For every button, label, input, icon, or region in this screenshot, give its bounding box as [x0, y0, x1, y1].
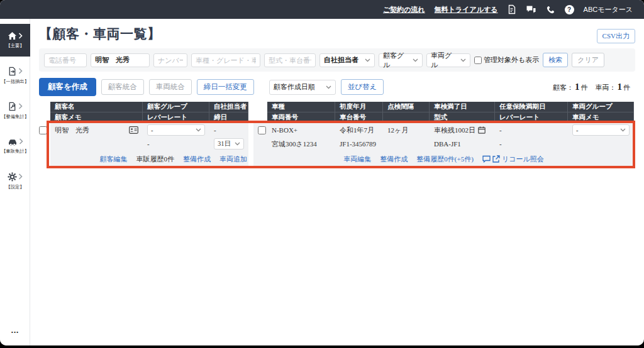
recall-inquiry-link[interactable]: リコール照会	[502, 155, 544, 164]
contract-flow-link[interactable]: ご契約の流れ	[383, 5, 425, 14]
calendar-icon[interactable]	[478, 126, 486, 134]
sort-button[interactable]: 並び替え	[341, 79, 384, 95]
chevron-right-icon	[18, 33, 23, 39]
chevron-down-icon	[620, 128, 626, 132]
vehicle-table: 車種 初度年月 点検間隔 車検満了日 任意保険満期日 車両グループ 車両番号 車…	[253, 102, 634, 167]
merge-customer-button[interactable]: 顧客統合	[101, 79, 144, 95]
customer-table: 顧客名 顧客グループ 自社担当者 顧客メモ レバーレート 締日 明智 光秀 -	[50, 102, 248, 167]
empty-cell	[253, 137, 267, 151]
column-header: 車種	[267, 102, 335, 112]
filter-bar: 自社担当者 顧客グル 車両グル 管理対象外も表示 検索 クリア	[39, 48, 635, 72]
merge-vehicle-button[interactable]: 車両統合	[149, 79, 192, 95]
customer-row-checkbox[interactable]	[39, 126, 47, 134]
add-vehicle-link[interactable]: 車両追加	[219, 155, 247, 164]
show-unmanaged-checkbox-label: 管理対象外も表示	[474, 55, 539, 65]
change-closing-day-button[interactable]: 締日一括変更	[197, 79, 254, 95]
staff-select[interactable]: 自社担当者	[319, 53, 375, 67]
sidebar-item-batch-extract[interactable]: 【一括抽出】	[0, 59, 30, 92]
comment-icon[interactable]	[482, 155, 491, 163]
insurance-due-cell: -	[495, 123, 568, 137]
column-header: レバーレート	[495, 112, 568, 123]
top-bar: ご契約の流れ 無料トライアルする ? ABCモータース	[0, 0, 644, 19]
toolbar: 顧客を作成 顧客統合 車両統合 締日一括変更 顧客作成日順 並び替え 顧客：1件…	[39, 78, 635, 96]
column-header: 型式	[430, 112, 495, 123]
sales-history-link[interactable]: 車販履歴0件	[136, 155, 175, 164]
first-registration-cell: 令和1年7月	[335, 123, 383, 137]
column-header: 車検満了日	[430, 102, 495, 112]
closing-day-row-select[interactable]: 31日	[214, 138, 244, 150]
chassis-number-cell: JF1-3456789	[335, 137, 383, 151]
chevron-down-icon	[326, 85, 331, 89]
column-header: 締日	[209, 112, 248, 123]
column-header: 初度年月	[335, 102, 383, 112]
tables-area: 顧客名 顧客グループ 自社担当者 顧客メモ レバーレート 締日 明智 光秀 -	[39, 102, 635, 167]
edit-vehicle-link[interactable]: 車両編集	[343, 155, 371, 164]
chevron-down-icon	[196, 128, 201, 132]
type-code-cell: DBA-JF1	[430, 137, 495, 151]
page-title: 【顧客・車両一覧】	[39, 25, 161, 43]
create-maintenance-link[interactable]: 整備作成	[183, 155, 211, 164]
column-header: 顧客メモ	[50, 112, 143, 123]
customer-group-row-select[interactable]: -	[147, 124, 205, 136]
vehicle-group-row-select[interactable]: -	[572, 124, 630, 136]
id-card-icon[interactable]	[129, 126, 138, 134]
vehicle-group-select[interactable]: 車両グル	[426, 53, 470, 67]
customer-name-cell: 明智 光秀	[50, 123, 143, 137]
free-trial-link[interactable]: 無料トライアルする	[435, 5, 498, 14]
column-header: 車両メモ	[568, 112, 634, 123]
column-header: レバーレート	[143, 112, 209, 123]
customer-name-input[interactable]	[91, 53, 150, 67]
shaken-remaining-cell: 車検残1002日	[430, 123, 495, 137]
column-header: 車台番号	[335, 112, 383, 123]
type-chassis-input[interactable]	[264, 53, 316, 67]
create-maintenance-link[interactable]: 整備作成	[380, 155, 408, 164]
settings-icon	[8, 172, 17, 182]
chevron-right-icon	[18, 173, 23, 180]
sidebar-item-label: 【車販集計】	[1, 148, 29, 154]
customer-group-select[interactable]: 顧客グル	[379, 53, 423, 67]
maintenance-history-link[interactable]: 整備履歴0件(+5件)	[416, 155, 474, 164]
app-window: ご契約の流れ 無料トライアルする ? ABCモータース 【主要】	[0, 0, 644, 345]
sidebar-item-settings[interactable]: 【設定】	[0, 165, 30, 197]
help-icon[interactable]: ?	[565, 5, 574, 14]
column-header: 顧客グループ	[143, 102, 209, 112]
sort-order-select[interactable]: 顧客作成日順	[269, 80, 336, 95]
sidebar-item-label: 【整備集計】	[1, 113, 29, 119]
create-customer-button[interactable]: 顧客を作成	[39, 78, 96, 96]
sidebar-item-maintenance-summary[interactable]: 【整備集計】	[0, 94, 30, 127]
edit-customer-link[interactable]: 顧客編集	[100, 155, 128, 164]
column-header	[383, 112, 430, 123]
plate-number-input[interactable]	[153, 53, 187, 67]
sidebar-item-car-sales-summary[interactable]: 【車販集計】	[0, 129, 30, 162]
maintenance-icon	[8, 102, 17, 111]
account-name[interactable]: ABCモータース	[584, 5, 633, 14]
vehicle-group-cell: -	[568, 123, 634, 137]
vehicle-row-actions: 車両編集 整備作成 整備履歴0件(+5件) リコール照会	[253, 151, 634, 167]
empty-cell	[383, 137, 430, 151]
chat-icon[interactable]	[526, 5, 536, 14]
plate-number-cell: 宮城300さ1234	[267, 137, 335, 151]
show-unmanaged-checkbox[interactable]	[474, 57, 482, 64]
chevron-down-icon	[413, 58, 418, 62]
search-button[interactable]: 検索	[543, 53, 568, 67]
staff-cell: -	[209, 123, 248, 137]
car-sales-icon	[8, 138, 18, 146]
clear-button[interactable]: クリア	[572, 53, 604, 67]
vehicle-checkbox-cell	[253, 123, 267, 137]
inspection-interval-cell: 12ヶ月	[383, 123, 430, 137]
sidebar-item-main[interactable]: 【主要】	[0, 24, 30, 57]
model-grade-input[interactable]	[191, 53, 260, 67]
sidebar-more-dots[interactable]: •••	[0, 329, 30, 335]
column-header: 顧客名	[50, 102, 143, 112]
vehicle-row-checkbox[interactable]	[258, 126, 266, 134]
external-link-icon[interactable]	[492, 155, 500, 163]
customer-memo-cell	[50, 137, 143, 151]
csv-export-button[interactable]: CSV出力	[597, 29, 635, 43]
chevron-down-icon	[460, 58, 466, 62]
invoice-icon[interactable]	[508, 4, 516, 14]
model-cell: N-BOX+	[267, 123, 335, 137]
chevron-down-icon	[235, 142, 240, 146]
chevron-right-icon	[19, 138, 23, 144]
phone-icon[interactable]	[546, 5, 555, 14]
phone-number-input[interactable]	[44, 53, 87, 67]
